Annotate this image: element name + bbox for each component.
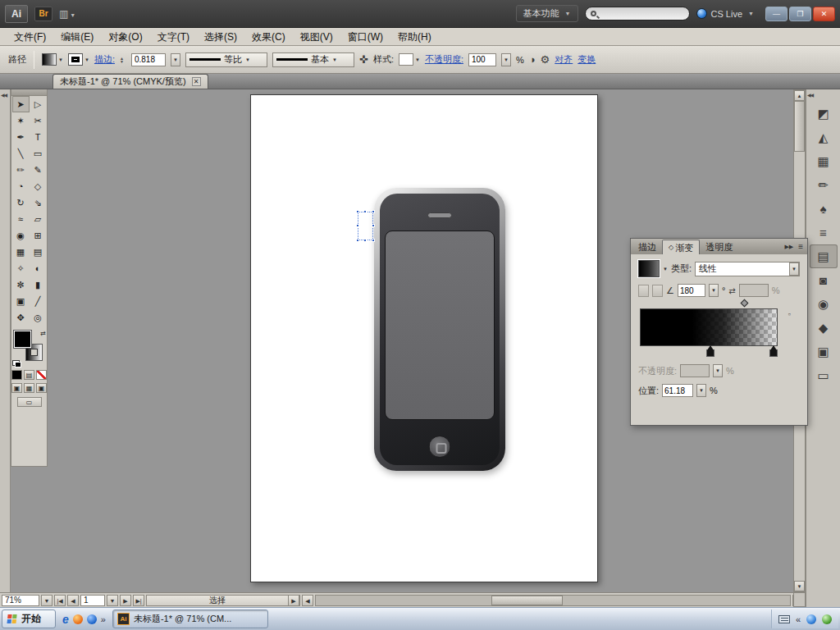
screen-mode-button[interactable]: ▭ <box>17 397 42 407</box>
expand-dock-icon[interactable]: ◀◀ <box>806 89 840 100</box>
restore-button[interactable]: ❐ <box>789 7 811 21</box>
draw-behind-button[interactable]: ▦ <box>24 383 34 393</box>
last-artboard-button[interactable]: ▶| <box>133 595 144 606</box>
hand-tool[interactable]: ✥ <box>12 309 30 326</box>
scale-strokes-icon[interactable]: ✜ <box>359 53 368 66</box>
type-tool[interactable]: T <box>30 129 47 145</box>
expand-panel-icon[interactable]: ▶▶ <box>784 244 793 250</box>
stroke-color-dropdown[interactable]: ▼ <box>68 53 89 66</box>
tab-transparency[interactable]: 透明度 <box>700 240 738 254</box>
draw-inside-button[interactable]: ▣ <box>36 383 47 393</box>
menu-help[interactable]: 帮助(H) <box>390 28 439 46</box>
stroke-weight-dropdown-button[interactable]: ▼ <box>171 53 180 66</box>
layers-panel-icon[interactable]: ▣ <box>810 340 838 363</box>
search-input[interactable] <box>600 9 682 18</box>
transparency-panel-icon[interactable]: ◙ <box>810 268 838 292</box>
transform-link[interactable]: 变换 <box>578 53 596 66</box>
menu-effect[interactable]: 效果(C) <box>244 28 293 46</box>
free-transform-tool[interactable]: ▱ <box>30 211 47 227</box>
align-link[interactable]: 对齐 <box>555 53 573 66</box>
first-artboard-button[interactable]: |◀ <box>54 595 66 606</box>
tab-gradient[interactable]: ◇ 渐变 <box>662 240 700 254</box>
opacity-dropdown-button[interactable]: ▼ <box>501 53 511 66</box>
selection-handle[interactable] <box>356 210 359 213</box>
selection-handle[interactable] <box>372 210 375 213</box>
symbol-sprayer-tool[interactable]: ✼ <box>12 276 30 293</box>
menu-file[interactable]: 文件(F) <box>7 28 53 46</box>
menu-view[interactable]: 视图(V) <box>293 28 340 46</box>
gradient-presets-dropdown-icon[interactable]: ▼ <box>663 267 668 272</box>
vertical-scroll-thumb[interactable] <box>794 101 805 152</box>
stroke-gradient-within-icon[interactable] <box>638 285 649 297</box>
selection-bounding-box[interactable] <box>358 212 372 240</box>
magic-wand-tool[interactable]: ✶ <box>12 112 30 129</box>
arrange-documents-button[interactable]: ▥▼ <box>59 8 75 20</box>
tray-green-icon[interactable] <box>822 614 832 624</box>
selection-handle[interactable] <box>372 224 375 227</box>
slice-tool[interactable]: ╱ <box>30 293 47 309</box>
artboard-number-field[interactable]: 1 <box>80 595 105 606</box>
graphic-styles-panel-icon[interactable]: ◆ <box>810 316 838 340</box>
menu-edit[interactable]: 编辑(E) <box>53 28 101 46</box>
opacity-input[interactable] <box>468 53 496 66</box>
close-document-icon[interactable]: ✕ <box>192 77 201 86</box>
stroke-weight-input[interactable] <box>131 53 166 66</box>
gradient-panel-icon[interactable]: ▤ <box>810 244 838 268</box>
quick-launch-overflow-icon[interactable]: » <box>101 614 106 624</box>
style-dropdown[interactable]: ▼ <box>399 53 420 66</box>
gradient-midpoint-handle[interactable] <box>741 299 749 308</box>
direct-selection-tool[interactable]: ▷ <box>30 96 47 112</box>
document-tab[interactable]: 未标题-1* @ 71% (CMYK/预览) ✕ <box>52 74 208 89</box>
artboard-tool[interactable]: ▣ <box>12 293 30 309</box>
brushes-panel-icon[interactable]: ✏ <box>810 173 838 197</box>
msn-icon[interactable] <box>87 614 97 624</box>
stroke-panel-link[interactable]: 描边: <box>94 53 115 66</box>
panel-menu-icon[interactable]: ≡ <box>798 242 803 251</box>
menu-type[interactable]: 文字(T) <box>150 28 197 46</box>
symbols-panel-icon[interactable]: ♠ <box>810 197 838 221</box>
angle-dropdown-button[interactable]: ▼ <box>709 284 719 297</box>
location-input[interactable] <box>662 384 693 397</box>
eraser-tool[interactable]: ◇ <box>30 178 47 194</box>
stroke-weight-stepper[interactable]: ▲▼ <box>120 57 126 63</box>
stroke-panel-icon[interactable]: ≡ <box>810 221 838 244</box>
input-method-icon[interactable] <box>778 615 790 623</box>
reverse-gradient-icon[interactable]: ⇄ <box>728 286 735 295</box>
selection-handle[interactable] <box>363 239 367 242</box>
tray-blue-icon[interactable] <box>806 614 816 624</box>
none-mode-button[interactable] <box>36 370 47 380</box>
zoom-dropdown-button[interactable]: ▼ <box>41 595 52 606</box>
rotate-tool[interactable]: ↻ <box>12 194 30 211</box>
menu-select[interactable]: 选择(S) <box>197 28 244 46</box>
column-graph-tool[interactable]: ▮ <box>30 276 47 293</box>
zoom-field[interactable]: 71% <box>2 595 39 606</box>
opacity-link[interactable]: 不透明度: <box>425 53 463 66</box>
mesh-tool[interactable]: ▦ <box>12 244 30 260</box>
status-flyout-icon[interactable]: ▶ <box>288 595 299 606</box>
previous-artboard-button[interactable]: ◀ <box>67 595 79 606</box>
internet-explorer-icon[interactable]: e <box>62 613 69 626</box>
bridge-button[interactable]: Br <box>34 7 52 21</box>
gradient-angle-input[interactable] <box>678 284 705 297</box>
status-indicator[interactable]: 选择 ▶ <box>146 595 300 606</box>
menu-window[interactable]: 窗口(W) <box>340 28 390 46</box>
eyedropper-tool[interactable]: ✧ <box>12 260 30 276</box>
swap-fill-stroke-icon[interactable]: ⇄ <box>40 330 46 337</box>
color-guide-panel-icon[interactable]: ◭ <box>810 126 838 149</box>
perspective-grid-tool[interactable]: ⊞ <box>30 227 47 244</box>
scroll-down-icon[interactable]: ▼ <box>794 581 805 591</box>
tools-panel-grip[interactable] <box>11 89 47 96</box>
gradient-preview-swatch[interactable] <box>638 260 660 277</box>
blob-brush-tool[interactable]: ◔ <box>12 178 30 194</box>
illustrator-task-button[interactable]: Ai 未标题-1* @ 71% (CM... <box>112 609 268 628</box>
illustrator-app-icon[interactable]: Ai <box>5 5 28 23</box>
delete-stop-icon[interactable]: ▫ <box>788 310 791 318</box>
brush-definition-dropdown[interactable]: 基本 ▼ <box>272 52 354 67</box>
gradient-stop-left[interactable] <box>706 349 714 357</box>
artboard[interactable] <box>250 94 598 582</box>
location-dropdown-button[interactable]: ▼ <box>696 384 706 397</box>
paintbrush-tool[interactable]: ✏ <box>12 162 30 178</box>
artboard-dropdown-button[interactable]: ▼ <box>107 595 118 606</box>
document-setup-icon[interactable]: ⚙ <box>541 53 550 66</box>
scale-tool[interactable]: ⇘ <box>30 194 47 211</box>
